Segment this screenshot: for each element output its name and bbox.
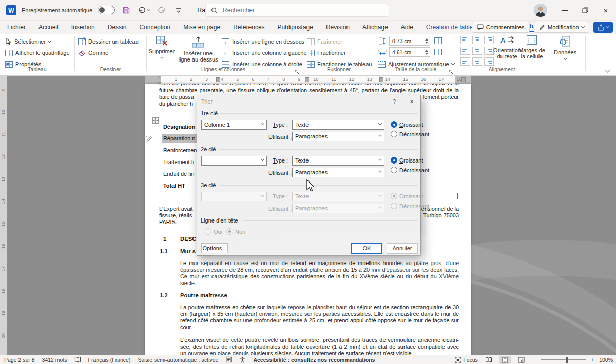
insert-row-below-button[interactable]: ↓ Insérer une ligne en dessous xyxy=(222,36,304,47)
autocomplete-indicator[interactable]: Saisie semi-automatique : activée xyxy=(138,357,218,363)
split-cells-button[interactable]: ↔ Fractionner xyxy=(307,48,346,58)
ribbon-tab[interactable]: Révision xyxy=(326,24,350,31)
table-column-marker[interactable] xyxy=(379,77,383,82)
accessibility-icon[interactable] xyxy=(239,356,246,363)
select-button[interactable]: Sélectionner xyxy=(5,36,51,47)
ribbon-tab[interactable]: Fichier xyxy=(7,24,26,31)
zoom-slider[interactable] xyxy=(541,359,586,360)
sort-key2-combobox[interactable] xyxy=(201,156,267,166)
ribbon-tab[interactable]: Publipostage xyxy=(278,24,313,31)
ribbon-tab[interactable]: Aide xyxy=(401,24,413,31)
align-bottom-center-button[interactable] xyxy=(472,57,482,66)
key1-ascending-radio[interactable] xyxy=(391,121,397,128)
spinner-arrows[interactable] xyxy=(423,48,430,56)
sort-key2-using-combobox[interactable]: Paragraphes xyxy=(292,168,384,177)
save-icon[interactable] xyxy=(120,4,132,16)
word-count[interactable]: 3412 mots xyxy=(42,357,67,363)
sort-key3-type-combobox[interactable]: Texte xyxy=(292,192,384,201)
ribbon-tab[interactable]: Conception xyxy=(139,24,170,31)
key3-descending-radio[interactable] xyxy=(391,203,397,209)
ink-pen-icon[interactable] xyxy=(146,135,153,144)
delete-button[interactable]: Supprimer xyxy=(148,35,176,58)
print-layout-button[interactable] xyxy=(499,356,511,364)
align-center-button[interactable] xyxy=(472,47,482,55)
sort-key1-using-combobox[interactable]: Paragraphes xyxy=(292,132,384,141)
dialog-launcher-icon[interactable] xyxy=(295,68,301,74)
left-indent-marker[interactable] xyxy=(157,82,161,83)
group-label-cell-size: Taille de la cellule xyxy=(375,67,457,72)
dialog-close-icon[interactable]: × xyxy=(403,95,420,108)
table-column-marker[interactable] xyxy=(461,77,466,82)
ribbon-tab[interactable]: Références xyxy=(233,24,264,31)
eraser-button[interactable]: Gomme xyxy=(78,48,108,58)
distribute-columns-icon[interactable] xyxy=(434,49,442,55)
table-column-marker[interactable] xyxy=(216,77,220,82)
ribbon-tab[interactable]: Dessin xyxy=(108,24,127,31)
autosave-toggle[interactable] xyxy=(98,6,115,14)
help-icon[interactable]: ? xyxy=(386,95,403,108)
ribbon-display-options-icon[interactable] xyxy=(172,4,185,16)
options-button[interactable]: Options... xyxy=(201,243,228,253)
read-mode-button[interactable] xyxy=(483,356,494,364)
comments-button[interactable]: Commentaires xyxy=(472,22,530,33)
align-center-left-button[interactable] xyxy=(460,47,470,55)
key2-descending-radio[interactable] xyxy=(391,167,397,173)
draw-table-button[interactable]: ✎ Dessiner un tableau xyxy=(78,36,139,47)
insert-column-left-button[interactable]: ← Insérer une colonne à gauche xyxy=(222,48,307,58)
zoom-in-icon[interactable]: + xyxy=(591,357,594,363)
redo-icon[interactable] xyxy=(155,4,167,16)
zoom-out-icon[interactable]: − xyxy=(532,357,535,363)
insert-row-above-button[interactable]: Insérer une ligne au-dessus xyxy=(178,35,219,63)
avatar[interactable] xyxy=(534,4,547,17)
key3-ascending-radio[interactable] xyxy=(391,193,397,199)
restore-icon[interactable] xyxy=(575,0,595,21)
ribbon-tab[interactable]: Insertion xyxy=(71,24,95,31)
language-indicator[interactable]: Français (France) xyxy=(88,357,131,363)
minimize-icon[interactable]: — xyxy=(554,0,575,21)
align-top-left-button[interactable] xyxy=(460,36,470,44)
sort-key1-type-combobox[interactable]: Texte xyxy=(292,120,384,130)
share-button[interactable] xyxy=(593,22,613,33)
sort-key1-combobox[interactable]: Colonne 1 xyxy=(201,120,267,130)
undo-icon[interactable] xyxy=(138,4,150,16)
zoom-slider-thumb[interactable] xyxy=(566,357,568,363)
align-top-center-button[interactable] xyxy=(472,36,482,44)
merge-cells-button[interactable]: Fusionner xyxy=(307,36,342,47)
sort-key3-using-combobox[interactable]: Paragraphes xyxy=(292,204,384,213)
checkbox-content-control[interactable] xyxy=(457,193,464,199)
editing-mode-button[interactable]: Modification xyxy=(534,22,589,33)
data-button[interactable]: Données xyxy=(549,35,581,59)
search-input[interactable] xyxy=(222,6,365,14)
table-column-marker[interactable] xyxy=(305,77,309,82)
show-gridlines-button[interactable]: Afficher le quadrillage xyxy=(5,48,70,58)
spinner-arrows[interactable] xyxy=(423,36,430,45)
key2-ascending-radio[interactable] xyxy=(391,157,397,164)
focus-button[interactable]: Focus xyxy=(455,357,478,363)
proofing-icon[interactable] xyxy=(74,356,81,363)
accessibility-status[interactable]: Accessibilité : consultez nos recommanda… xyxy=(253,357,375,363)
header-yes-radio[interactable] xyxy=(205,228,211,235)
align-bottom-left-button[interactable] xyxy=(460,57,470,66)
sort-key2-type-combobox[interactable]: Texte xyxy=(292,156,384,166)
cancel-button[interactable]: Annuler xyxy=(387,243,418,254)
table-move-handle-icon[interactable] xyxy=(152,117,159,125)
ribbon-tab[interactable]: Mise en page xyxy=(183,24,220,31)
close-icon[interactable]: × xyxy=(595,0,616,21)
collapse-ribbon-icon[interactable] xyxy=(606,65,609,74)
ok-button[interactable]: OK xyxy=(351,243,382,254)
sort-key3-combobox[interactable] xyxy=(201,192,267,201)
column-width-spinner[interactable]: 4.61 cm xyxy=(389,47,430,57)
editor-icon[interactable] xyxy=(225,356,232,363)
ribbon-tab[interactable]: Affichage xyxy=(362,24,388,31)
page-indicator[interactable]: Page 2 sur 8 xyxy=(4,357,35,363)
zoom-level[interactable]: 100% xyxy=(599,357,613,363)
header-no-radio[interactable] xyxy=(226,228,233,235)
web-layout-button[interactable] xyxy=(516,356,527,364)
distribute-rows-icon[interactable] xyxy=(434,37,442,44)
row-height-spinner[interactable]: 0.73 cm xyxy=(389,36,430,46)
ribbon-tab[interactable]: Accueil xyxy=(38,24,59,31)
search-box[interactable] xyxy=(205,4,389,17)
key1-descending-radio[interactable] xyxy=(391,131,397,137)
dialog-launcher-icon[interactable] xyxy=(449,68,455,74)
cell-margins-button[interactable]: Marges de la cellule xyxy=(517,35,546,59)
